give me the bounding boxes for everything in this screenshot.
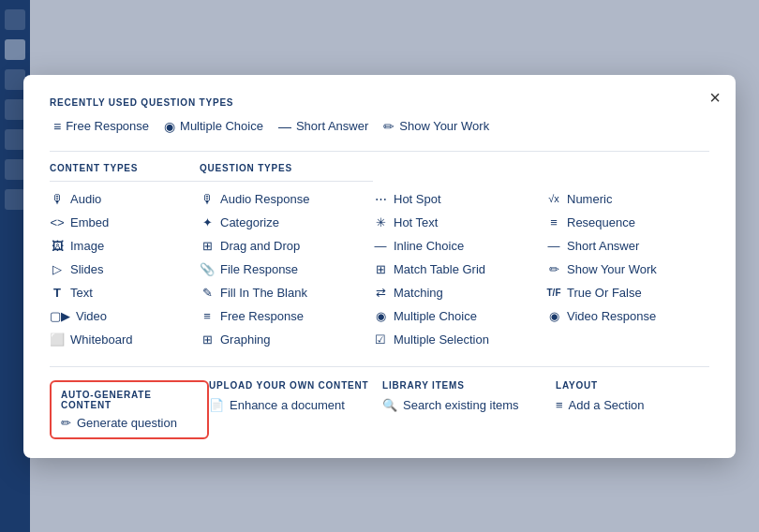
recent-item-free-response[interactable]: ≡ Free Response [50,117,153,136]
matching-icon: ⇄ [373,286,388,300]
auto-generate-column: AUTO-GENERATE CONTENT ✏ Generate questio… [50,380,209,439]
item-label: Inline Choice [394,239,464,253]
upload-column: UPLOAD YOUR OWN CONTENT 📄 Enhance a docu… [209,380,382,439]
item-label: True Or False [567,286,642,300]
show-work-icon: ✏ [546,262,561,276]
recent-item-show-work[interactable]: ✏ Show Your Work [380,117,493,136]
pencil-icon: ✏ [383,119,394,134]
upload-label: UPLOAD YOUR OWN CONTENT [209,380,382,391]
item-hot-spot[interactable]: ⋯ Hot Spot [373,187,546,211]
layout-label: LAYOUT [556,380,715,391]
section-label: Add a Section [569,398,645,412]
main-columns: CONTENT TYPES 🎙 Audio <> Embed 🖼 Image [50,163,709,351]
short-answer-icon: — [278,119,291,134]
item-hot-text[interactable]: ✳ Hot Text [373,211,546,234]
item-inline-choice[interactable]: — Inline Choice [373,234,546,258]
item-label: Numeric [567,192,612,206]
item-label: Categorize [220,215,279,229]
item-label: Drag and Drop [220,239,300,253]
recent-item-label: Multiple Choice [180,119,263,133]
item-label: Embed [70,215,109,229]
hot-text-icon: ✳ [373,215,388,229]
inline-choice-icon: — [373,239,388,253]
hot-spot-icon: ⋯ [373,192,388,206]
divider-1 [50,151,709,152]
auto-generate-box: AUTO-GENERATE CONTENT ✏ Generate questio… [50,380,209,439]
add-section-item[interactable]: ≡ Add a Section [556,398,715,412]
item-numeric[interactable]: √x Numeric [546,187,706,211]
item-matching[interactable]: ⇄ Matching [373,281,546,304]
item-audio[interactable]: 🎙 Audio [50,187,200,211]
item-categorize[interactable]: ✦ Categorize [200,211,373,234]
recent-item-label: Short Answer [296,119,368,133]
item-audio-response[interactable]: 🎙 Audio Response [200,187,373,211]
sidebar-icon-5[interactable] [5,129,25,150]
item-text[interactable]: T Text [50,281,200,304]
item-label: Hot Spot [394,192,441,206]
generate-question-item[interactable]: ✏ Generate question [61,416,198,430]
categorize-icon: ✦ [200,215,215,229]
slides-icon: ▷ [50,262,65,276]
question-types-list-3: √x Numeric ≡ Resequence — Short Answer ✏… [546,187,706,328]
sidebar-icon-4[interactable] [5,99,25,120]
item-label: Free Response [220,309,304,323]
item-resequence[interactable]: ≡ Resequence [546,211,706,234]
generate-label: Generate question [77,416,177,430]
item-drag-drop[interactable]: ⊞ Drag and Drop [200,234,373,258]
item-label: Audio [70,192,101,206]
modal-dialog: × RECENTLY USED QUESTION TYPES ≡ Free Re… [23,75,736,458]
item-slides[interactable]: ▷ Slides [50,258,200,281]
item-video[interactable]: ▢▶ Video [50,304,200,328]
item-image[interactable]: 🖼 Image [50,234,200,258]
sidebar-icon-7[interactable] [5,189,25,210]
item-label: Image [70,239,104,253]
item-multiple-choice[interactable]: ◉ Multiple Choice [373,304,546,328]
item-true-or-false[interactable]: T/F True Or False [546,281,706,304]
item-label: Slides [70,262,103,276]
sidebar-icon-3[interactable] [5,69,25,90]
item-short-answer[interactable]: — Short Answer [546,234,706,258]
recent-item-label: Show Your Work [399,119,489,133]
enhance-document-item[interactable]: 📄 Enhance a document [209,398,382,412]
content-types-column: CONTENT TYPES 🎙 Audio <> Embed 🖼 Image [50,163,200,351]
question-types-list-1: 🎙 Audio Response ✦ Categorize ⊞ Drag and… [200,187,373,351]
section-icon: ≡ [556,398,563,412]
mic-icon: 🎙 [50,192,65,206]
match-table-icon: ⊞ [373,262,388,276]
sidebar-icon-1[interactable] [5,9,25,30]
enhance-label: Enhance a document [230,398,345,412]
item-show-work[interactable]: ✏ Show Your Work [546,258,706,281]
item-video-response[interactable]: ◉ Video Response [546,304,706,328]
short-answer-icon-2: — [546,239,561,253]
document-icon: 📄 [209,398,224,412]
search-items-item[interactable]: 🔍 Search existing items [382,398,556,412]
library-label: LIBRARY ITEMS [382,380,556,391]
item-free-response[interactable]: ≡ Free Response [200,304,373,328]
layout-column: LAYOUT ≡ Add a Section [556,380,715,439]
search-icon: 🔍 [382,398,397,412]
fill-blank-icon: ✎ [200,286,215,300]
content-types-header: CONTENT TYPES [50,163,200,182]
file-icon: 📎 [200,262,215,276]
recent-item-multiple-choice[interactable]: ◉ Multiple Choice [160,117,267,136]
numeric-icon: √x [546,193,561,204]
item-embed[interactable]: <> Embed [50,211,200,234]
item-graphing[interactable]: ⊞ Graphing [200,328,373,351]
item-match-table-grid[interactable]: ⊞ Match Table Grid [373,258,546,281]
mic-icon-2: 🎙 [200,192,215,206]
item-whiteboard[interactable]: ⬜ Whiteboard [50,328,200,351]
item-label: Resequence [567,215,635,229]
graphing-icon: ⊞ [200,332,215,347]
free-response-icon-2: ≡ [200,309,215,323]
recent-item-short-answer[interactable]: — Short Answer [275,117,372,136]
sidebar-icon-6[interactable] [5,159,25,180]
close-button[interactable]: × [709,88,721,107]
question-types-list-2: ⋯ Hot Spot ✳ Hot Text — Inline Choice ⊞ … [373,187,546,351]
item-multiple-selection[interactable]: ☑ Multiple Selection [373,328,546,351]
item-file-response[interactable]: 📎 File Response [200,258,373,281]
sidebar-icon-2[interactable] [5,39,25,60]
item-label: Whiteboard [70,332,132,347]
drag-drop-icon: ⊞ [200,239,215,253]
bottom-section: AUTO-GENERATE CONTENT ✏ Generate questio… [50,366,709,439]
item-fill-blank[interactable]: ✎ Fill In The Blank [200,281,373,304]
